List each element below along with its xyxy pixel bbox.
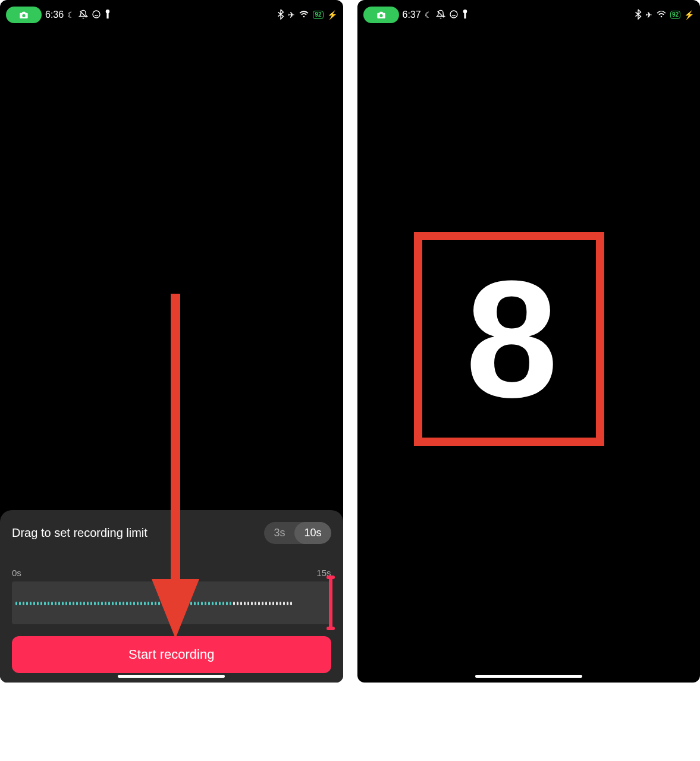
- svg-point-0: [93, 11, 100, 18]
- timer-option-10s[interactable]: 10s: [294, 522, 331, 544]
- airplane-icon: ✈: [288, 11, 295, 19]
- phone-screen-2: 6:37 ☾ ✈ 92 ⚡ 8: [357, 0, 701, 683]
- svg-point-6: [463, 10, 466, 13]
- svg-rect-7: [464, 13, 466, 19]
- slider-min-label: 0s: [12, 568, 21, 578]
- status-time: 6:36: [45, 10, 64, 20]
- camera-icon: [376, 11, 386, 19]
- status-bar: 6:37 ☾ ✈ 92 ⚡: [357, 6, 701, 24]
- chat-icon: [92, 10, 101, 20]
- waveform-dots: [15, 602, 328, 604]
- wifi-icon: [299, 10, 309, 20]
- svg-rect-2: [107, 13, 109, 19]
- camera-indicator: [363, 7, 399, 23]
- wifi-icon: [656, 10, 667, 20]
- slider-labels: 0s 15s: [12, 568, 331, 578]
- phone-screen-1: 6:36 ☾ ✈ 92 ⚡ Drag to set re: [0, 0, 343, 683]
- moon-icon: ☾: [67, 11, 75, 19]
- timer-toggle[interactable]: 3s 10s: [264, 522, 331, 544]
- camera-indicator: [6, 7, 42, 23]
- panel-header: Drag to set recording limit 3s 10s: [12, 522, 331, 544]
- airplane-icon: ✈: [645, 11, 652, 19]
- countdown-number: 8: [466, 272, 553, 405]
- camera-icon: [19, 11, 29, 19]
- slider-handle[interactable]: [329, 577, 332, 629]
- svg-point-1: [106, 10, 109, 13]
- recording-panel: Drag to set recording limit 3s 10s 0s 15…: [0, 510, 343, 683]
- key-icon: [462, 10, 468, 20]
- bluetooth-icon: [635, 9, 642, 21]
- key-icon: [105, 10, 111, 20]
- battery-indicator: 92: [313, 11, 323, 19]
- bluetooth-icon: [277, 9, 284, 21]
- drag-instruction-label: Drag to set recording limit: [12, 526, 147, 540]
- svg-point-5: [450, 11, 457, 18]
- recording-limit-slider[interactable]: [12, 581, 331, 624]
- status-time: 6:37: [403, 10, 421, 20]
- bell-off-icon: [79, 10, 88, 20]
- status-bar: 6:36 ☾ ✈ 92 ⚡: [0, 6, 343, 24]
- timer-option-3s[interactable]: 3s: [264, 522, 294, 544]
- countdown-annotation-box: 8: [414, 232, 604, 446]
- bell-off-icon: [436, 10, 445, 20]
- home-indicator[interactable]: [118, 675, 225, 678]
- status-right: ✈ 92 ⚡: [277, 9, 337, 21]
- moon-icon: ☾: [425, 11, 432, 19]
- chat-icon: [449, 10, 459, 20]
- battery-indicator: 92: [670, 11, 680, 19]
- charging-icon: ⚡: [327, 11, 337, 19]
- status-right: ✈ 92 ⚡: [635, 9, 694, 21]
- status-left: 6:36 ☾: [6, 7, 111, 23]
- start-recording-button[interactable]: Start recording: [12, 636, 331, 673]
- status-left: 6:37 ☾: [363, 7, 468, 23]
- charging-icon: ⚡: [684, 11, 694, 19]
- home-indicator[interactable]: [475, 675, 582, 678]
